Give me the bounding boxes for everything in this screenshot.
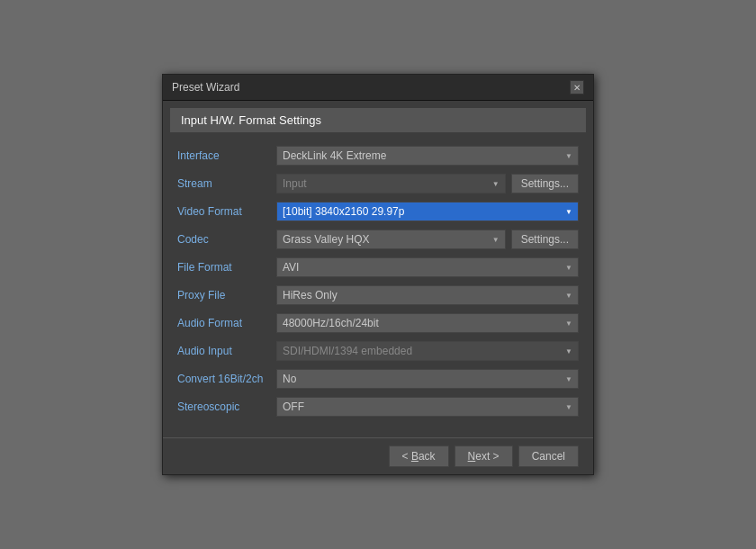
codec-settings-button[interactable]: Settings... — [511, 230, 579, 249]
dialog-title: Preset Wizard — [172, 81, 239, 94]
file-format-row: File Format AVI ▼ — [177, 256, 579, 279]
audio-input-control: SDI/HDMI/1394 embedded ▼ — [276, 341, 579, 361]
interface-value: DeckLink 4K Extreme — [283, 149, 386, 162]
chevron-down-icon: ▼ — [565, 320, 572, 328]
stereoscopic-label: Stereoscopic — [177, 400, 276, 413]
title-bar: Preset Wizard ✕ — [163, 75, 593, 101]
video-format-row: Video Format [10bit] 3840x2160 29.97p ▼ — [177, 200, 579, 223]
convert-row: Convert 16Bit/2ch No ▼ — [177, 367, 579, 391]
audio-format-row: Audio Format 48000Hz/16ch/24bit ▼ — [177, 311, 579, 335]
chevron-down-icon: ▼ — [565, 375, 572, 383]
cancel-button[interactable]: Cancel — [518, 446, 579, 467]
interface-row: Interface DeckLink 4K Extreme ▼ — [177, 144, 579, 167]
audio-format-value: 48000Hz/16ch/24bit — [283, 317, 379, 329]
proxy-file-value: HiRes Only — [283, 289, 338, 302]
file-format-value: AVI — [283, 261, 299, 274]
file-format-label: File Format — [177, 261, 276, 274]
proxy-file-label: Proxy File — [177, 289, 276, 302]
close-button[interactable]: ✕ — [570, 80, 584, 94]
codec-dropdown[interactable]: Grass Valley HQX ▼ — [276, 230, 506, 249]
convert-label: Convert 16Bit/2ch — [177, 373, 276, 385]
interface-label: Interface — [177, 149, 276, 162]
chevron-down-icon: ▼ — [565, 264, 572, 272]
convert-value: No — [283, 373, 296, 385]
codec-value: Grass Valley HQX — [283, 233, 369, 246]
codec-label: Codec — [177, 233, 276, 246]
stereoscopic-value: OFF — [283, 400, 304, 413]
audio-input-dropdown[interactable]: SDI/HDMI/1394 embedded ▼ — [276, 341, 579, 361]
chevron-down-icon: ▼ — [492, 180, 500, 188]
section-header: Input H/W. Format Settings — [170, 108, 586, 132]
file-format-dropdown[interactable]: AVI ▼ — [276, 257, 579, 277]
video-format-value: [10bit] 3840x2160 29.97p — [283, 205, 404, 218]
audio-input-value: SDI/HDMI/1394 embedded — [283, 345, 412, 357]
convert-control: No ▼ — [276, 369, 579, 389]
file-format-control: AVI ▼ — [276, 257, 579, 277]
chevron-down-icon: ▼ — [565, 152, 572, 160]
stream-row: Stream Input ▼ Settings... — [177, 172, 579, 195]
chevron-down-icon: ▼ — [565, 208, 572, 216]
video-format-control: [10bit] 3840x2160 29.97p ▼ — [276, 202, 579, 221]
proxy-file-dropdown[interactable]: HiRes Only ▼ — [276, 285, 579, 305]
stereoscopic-dropdown[interactable]: OFF ▼ — [276, 397, 579, 417]
stereoscopic-control: OFF ▼ — [276, 397, 579, 417]
video-format-label: Video Format — [177, 205, 276, 218]
stereoscopic-row: Stereoscopic OFF ▼ — [177, 395, 579, 418]
next-button[interactable]: Next > — [454, 446, 513, 467]
audio-format-dropdown[interactable]: 48000Hz/16ch/24bit ▼ — [276, 313, 579, 333]
stream-dropdown[interactable]: Input ▼ — [276, 174, 506, 194]
video-format-dropdown[interactable]: [10bit] 3840x2160 29.97p ▼ — [276, 202, 579, 221]
audio-input-row: Audio Input SDI/HDMI/1394 embedded ▼ — [177, 339, 579, 363]
stream-label: Stream — [177, 177, 276, 190]
interface-control: DeckLink 4K Extreme ▼ — [276, 146, 579, 166]
preset-wizard-dialog: Preset Wizard ✕ Input H/W. Format Settin… — [162, 74, 594, 475]
stream-value: Input — [283, 177, 307, 190]
dialog-footer: < Back Next > Cancel — [163, 437, 593, 474]
stream-settings-button[interactable]: Settings... — [511, 174, 579, 194]
codec-control: Grass Valley HQX ▼ Settings... — [276, 230, 579, 249]
proxy-file-control: HiRes Only ▼ — [276, 285, 579, 305]
convert-dropdown[interactable]: No ▼ — [276, 369, 579, 389]
back-button[interactable]: < Back — [389, 446, 449, 467]
audio-format-label: Audio Format — [177, 317, 276, 329]
chevron-down-icon: ▼ — [565, 347, 572, 356]
chevron-down-icon: ▼ — [492, 236, 500, 244]
audio-input-label: Audio Input — [177, 345, 276, 357]
close-icon: ✕ — [573, 83, 580, 93]
chevron-down-icon: ▼ — [565, 403, 572, 411]
form-area: Interface DeckLink 4K Extreme ▼ Stream I… — [163, 136, 593, 432]
interface-dropdown[interactable]: DeckLink 4K Extreme ▼ — [276, 146, 579, 166]
audio-format-control: 48000Hz/16ch/24bit ▼ — [276, 313, 579, 333]
proxy-file-row: Proxy File HiRes Only ▼ — [177, 284, 579, 307]
chevron-down-icon: ▼ — [565, 292, 572, 300]
codec-row: Codec Grass Valley HQX ▼ Settings... — [177, 228, 579, 251]
stream-control: Input ▼ Settings... — [276, 174, 579, 194]
